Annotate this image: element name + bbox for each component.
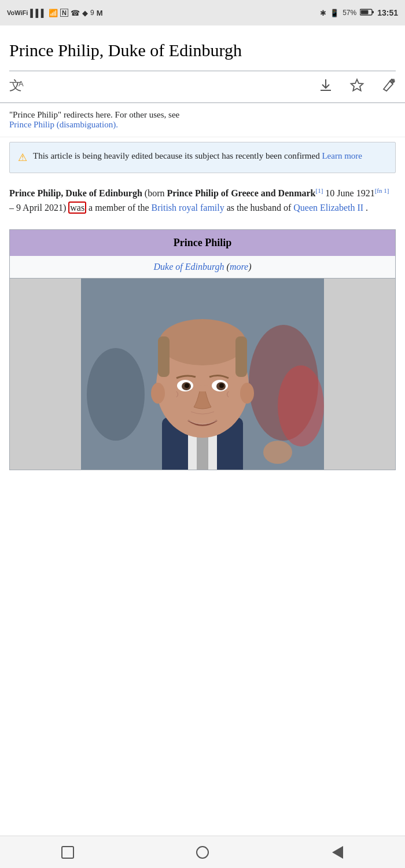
svg-rect-21	[235, 336, 247, 377]
wifi-icon: 📶	[49, 9, 58, 17]
status-left: VoWiFi ▌▌▌ 📶 N ☎ ◆ 9 M	[7, 9, 102, 17]
square-icon	[61, 846, 74, 859]
birth-name-bold: Prince Philip of Greece and Denmark	[167, 188, 315, 198]
bluetooth-icon: ✱	[320, 9, 326, 17]
toolbar-right	[318, 78, 396, 96]
toolbar: 文 A	[0, 71, 405, 103]
intro-husband: as the husband of	[227, 203, 294, 213]
more-link[interactable]: more	[230, 262, 248, 272]
signal-icon: ▌▌▌	[30, 9, 46, 17]
queen-elizabeth-link[interactable]: Queen Elizabeth II	[293, 203, 363, 213]
infobox-subheader: Duke of Edinburgh (more)	[10, 256, 395, 279]
ref1[interactable]: [1]	[315, 187, 323, 194]
edit-icon[interactable]	[381, 78, 396, 96]
m-icon: M	[97, 9, 103, 17]
was-word-highlighted: was	[68, 202, 86, 214]
british-royal-family-link[interactable]: British royal family	[152, 203, 224, 213]
svg-rect-20	[158, 336, 170, 377]
warning-body: This article is being heavily edited bec…	[33, 151, 322, 160]
back-button[interactable]	[326, 841, 349, 864]
status-bar: VoWiFi ▌▌▌ 📶 N ☎ ◆ 9 M ✱ 📱 57% 13:51	[0, 0, 405, 25]
intro-member: a member of the	[89, 203, 151, 213]
toolbar-left: 文 A	[9, 77, 28, 97]
carrier-label: VoWiFi	[7, 9, 28, 16]
phone-icon: 📱	[330, 9, 339, 17]
intro-dash: – 9 April 2021)	[9, 203, 68, 213]
svg-text:A: A	[19, 79, 24, 88]
svg-point-26	[185, 383, 189, 388]
svg-rect-1	[372, 11, 374, 13]
diamond-icon: ◆	[82, 9, 88, 17]
warning-box: ⚠ This article is being heavily edited b…	[9, 142, 396, 173]
circle-icon	[196, 846, 209, 859]
whatsapp-icon: ☎	[71, 9, 80, 17]
recent-apps-button[interactable]	[56, 841, 79, 864]
status-time: 13:51	[377, 8, 398, 17]
svg-point-29	[240, 383, 254, 404]
download-icon[interactable]	[318, 78, 333, 96]
svg-rect-9	[391, 79, 395, 82]
infobox: Prince Philip Duke of Edinburgh (more)	[9, 229, 396, 470]
learn-more-link[interactable]: Learn more	[322, 151, 362, 160]
warning-text: This article is being heavily edited bec…	[33, 149, 387, 163]
subject-name-bold: Prince Philip, Duke of Edinburgh	[9, 188, 142, 198]
infobox-title: Prince Philip	[174, 237, 232, 248]
svg-point-27	[219, 383, 224, 388]
fn1[interactable]: [fn 1]	[375, 187, 389, 194]
nine-icon: 9	[90, 9, 94, 17]
status-right: ✱ 📱 57% 13:51	[320, 8, 398, 17]
translate-icon[interactable]: 文 A	[9, 82, 28, 96]
battery-percent: 57%	[343, 9, 356, 17]
infobox-header: Prince Philip	[10, 230, 395, 256]
svg-marker-7	[351, 79, 363, 91]
infobox-image	[10, 279, 395, 470]
warning-icon: ⚠	[18, 150, 27, 166]
svg-point-30	[263, 441, 292, 464]
svg-point-13	[278, 365, 324, 446]
home-button[interactable]	[191, 841, 214, 864]
battery-icon	[360, 9, 374, 17]
page-title: Prince Philip, Duke of Edinburgh	[0, 25, 405, 71]
svg-point-11	[87, 348, 145, 441]
triangle-icon	[332, 846, 343, 859]
article-intro: Prince Philip, Duke of Edinburgh (born P…	[0, 178, 405, 224]
infobox-subtitle-link[interactable]: Duke of Edinburgh	[153, 262, 224, 272]
svg-rect-2	[361, 10, 369, 14]
redirect-text: "Prince Philip" redirects here. For othe…	[9, 110, 179, 119]
intro-born: (born	[145, 188, 167, 198]
main-content: Prince Philip, Duke of Edinburgh 文 A	[0, 25, 405, 836]
intro-dates: 10 June 1921	[325, 188, 374, 198]
svg-point-19	[159, 319, 246, 365]
infobox-more[interactable]: (more)	[227, 262, 252, 272]
svg-point-28	[151, 383, 165, 404]
redirect-notice: "Prince Philip" redirects here. For othe…	[0, 103, 405, 137]
disambiguation-link[interactable]: Prince Philip (disambiguation).	[9, 120, 118, 129]
star-icon[interactable]	[349, 78, 365, 96]
prince-photo-svg	[81, 279, 324, 470]
intro-period: .	[366, 203, 368, 213]
nav-bar	[0, 836, 405, 868]
n-icon: N	[60, 9, 68, 17]
